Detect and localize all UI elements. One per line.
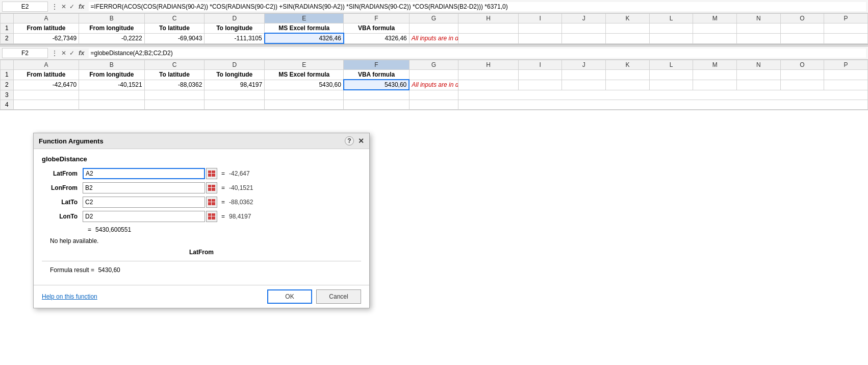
bottom-r3-d[interactable] [205,90,265,100]
dialog-cancel-button[interactable]: Cancel [316,289,361,304]
bottom-r1-g[interactable] [409,70,458,80]
bottom-r4-a[interactable] [13,100,79,109]
top-r1-h[interactable] [458,23,519,34]
bottom-r2-b[interactable]: -40,1521 [79,80,144,90]
top-header-m[interactable]: M [693,14,737,23]
dialog-ok-button[interactable]: OK [267,289,312,304]
bottom-header-m[interactable]: M [693,60,737,70]
bottom-r1-h[interactable] [458,70,519,80]
bottom-cancel-icon[interactable]: ✕ [61,50,66,57]
bottom-r2-c[interactable]: -88,0362 [144,80,205,90]
dialog-arg-refbtn-3[interactable] [206,211,217,222]
top-r1-b[interactable]: From longitude [79,23,144,34]
top-r1-c[interactable]: To latitude [144,23,205,34]
bottom-formula-bar-icons[interactable]: ✕ ✓ [61,50,74,57]
bottom-r2-h[interactable] [458,80,519,90]
top-r2-i[interactable] [518,33,562,43]
top-r2-e[interactable]: 4326,46 [265,33,344,43]
bottom-r2-o[interactable] [780,80,824,90]
dialog-arg-refbtn-2[interactable] [206,197,217,208]
bottom-r1-c[interactable]: To latitude [144,70,205,80]
top-r1-m[interactable] [693,23,737,34]
top-r1-p[interactable] [824,23,868,34]
top-header-h[interactable]: H [458,14,519,23]
top-r1-k[interactable] [606,23,650,34]
bottom-r1-k[interactable] [606,70,650,80]
bottom-r2-m[interactable] [693,80,737,90]
bottom-r2-k[interactable] [606,80,650,90]
bottom-r1-d[interactable]: To longitude [205,70,265,80]
top-r1-g[interactable] [409,23,458,34]
bottom-r1-j[interactable] [562,70,606,80]
bottom-header-i[interactable]: I [518,60,562,70]
top-r2-m[interactable] [693,33,737,43]
bottom-header-l[interactable]: L [649,60,693,70]
bottom-cell-ref-input[interactable]: F2 [2,48,48,58]
bottom-r2-e[interactable]: 5430,60 [265,80,344,90]
bottom-r4-f[interactable] [344,100,409,109]
bottom-r1-m[interactable] [693,70,737,80]
bottom-header-g[interactable]: G [409,60,458,70]
bottom-header-j[interactable]: J [562,60,606,70]
top-r1-f[interactable]: VBA formula [344,23,409,34]
bottom-r1-b[interactable]: From longitude [79,70,144,80]
top-header-l[interactable]: L [649,14,693,23]
top-cancel-icon[interactable]: ✕ [61,3,66,10]
dialog-arg-refbtn-1[interactable] [206,182,217,193]
top-r2-d[interactable]: -111,3105 [205,33,265,43]
bottom-r1-l[interactable] [649,70,693,80]
bottom-r4-b[interactable] [79,100,144,109]
bottom-r4-e[interactable] [265,100,344,109]
top-header-d[interactable]: D [205,14,265,23]
top-r1-n[interactable] [736,23,780,34]
top-r2-l[interactable] [649,33,693,43]
top-header-i[interactable]: I [518,14,562,23]
bottom-header-k[interactable]: K [606,60,650,70]
top-cell-ref-input[interactable]: E2 [2,2,48,12]
bottom-r4-c[interactable] [144,100,205,109]
bottom-r1-e[interactable]: MS Excel formula [265,70,344,80]
top-header-e[interactable]: E [265,14,344,23]
top-header-b[interactable]: B [79,14,144,23]
bottom-header-b[interactable]: B [79,60,144,70]
top-header-g[interactable]: G [409,14,458,23]
dialog-arg-input-3[interactable] [83,211,205,222]
dialog-arg-input-2[interactable] [83,197,205,208]
bottom-confirm-icon[interactable]: ✓ [69,50,74,57]
bottom-r2-i[interactable] [518,80,562,90]
bottom-header-f[interactable]: F [344,60,409,70]
bottom-r2-d[interactable]: 98,4197 [205,80,265,90]
bottom-r2-l[interactable] [649,80,693,90]
bottom-r1-f[interactable]: VBA formula [344,70,409,80]
bottom-header-d[interactable]: D [205,60,265,70]
bottom-header-p[interactable]: P [824,60,868,70]
bottom-r1-i[interactable] [518,70,562,80]
dialog-close-button[interactable]: ✕ [358,137,364,144]
top-header-j[interactable]: J [562,14,606,23]
dialog-help-button[interactable]: ? [345,136,354,145]
top-r1-o[interactable] [780,23,824,34]
bottom-r1-p[interactable] [824,70,868,80]
top-formula-bar-cancel-icon[interactable]: ✕ ✓ [61,3,74,10]
bottom-r4-d[interactable] [205,100,265,109]
bottom-r3-e[interactable] [265,90,344,100]
top-r2-c[interactable]: -69,9043 [144,33,205,43]
top-r2-n[interactable] [736,33,780,43]
top-header-k[interactable]: K [606,14,650,23]
top-header-p[interactable]: P [824,14,868,23]
bottom-r3-a[interactable] [13,90,79,100]
bottom-r1-n[interactable] [736,70,780,80]
top-r1-j[interactable] [562,23,606,34]
top-r2-a[interactable]: -62,7349 [13,33,79,43]
top-header-f[interactable]: F [344,14,409,23]
bottom-header-h[interactable]: H [458,60,519,70]
bottom-header-o[interactable]: O [780,60,824,70]
top-r2-p[interactable] [824,33,868,43]
top-r2-h[interactable] [458,33,519,43]
top-header-c[interactable]: C [144,14,205,23]
top-r1-i[interactable] [518,23,562,34]
top-r2-j[interactable] [562,33,606,43]
top-r2-b[interactable]: -0,2222 [79,33,144,43]
bottom-header-e[interactable]: E [265,60,344,70]
bottom-r4-g[interactable] [409,100,458,109]
